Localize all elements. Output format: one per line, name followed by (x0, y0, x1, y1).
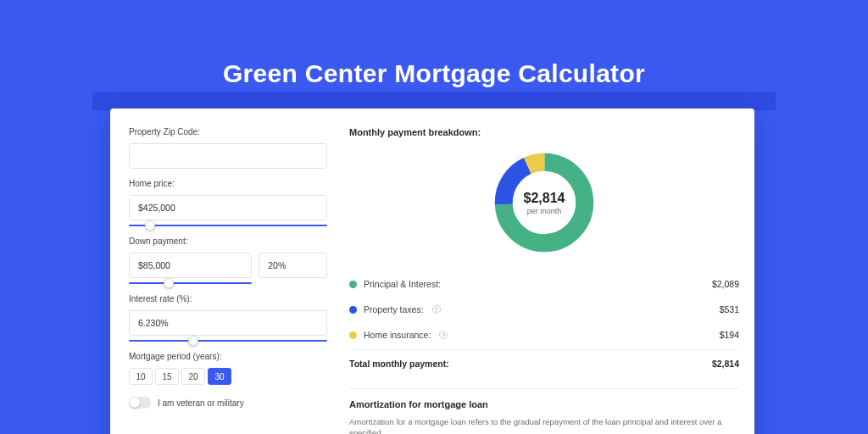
home-price-input[interactable] (129, 195, 327, 220)
row-insurance: Home insurance: ? $194 (349, 322, 739, 348)
help-icon[interactable]: ? (432, 305, 441, 314)
row-taxes: Property taxes: ? $531 (349, 297, 739, 322)
down-payment-input[interactable] (129, 253, 252, 278)
donut-center: $2,814 per month (524, 191, 565, 215)
zip-input[interactable] (129, 143, 327, 169)
home-price-label: Home price: (129, 179, 327, 188)
calculator-card: Property Zip Code: Home price: Down paym… (110, 108, 754, 434)
home-price-slider-thumb[interactable] (145, 220, 155, 231)
interest-label: Interest rate (%): (129, 294, 327, 303)
dot-insurance (349, 331, 357, 339)
interest-slider-thumb[interactable] (188, 336, 198, 346)
home-price-group: Home price: (129, 179, 327, 226)
veteran-label: I am veteran or military (158, 398, 244, 408)
veteran-toggle[interactable] (129, 397, 151, 409)
zip-label: Property Zip Code: (129, 127, 327, 136)
period-btn-30[interactable]: 30 (208, 368, 231, 385)
interest-slider[interactable] (129, 340, 327, 342)
amortization-title: Amortization for mortgage loan (349, 399, 739, 409)
help-icon[interactable]: ? (439, 331, 448, 339)
row-total: Total monthly payment: $2,814 (349, 349, 739, 376)
label-principal: Principal & Interest: (364, 279, 441, 289)
dot-taxes (349, 306, 357, 314)
interest-group: Interest rate (%): (129, 294, 327, 342)
period-btn-10[interactable]: 10 (129, 368, 153, 385)
amortization-text: Amortization for a mortgage loan refers … (349, 416, 739, 434)
donut-amount: $2,814 (524, 191, 565, 206)
donut-chart: $2,814 per month (349, 149, 739, 256)
label-taxes: Property taxes: (364, 304, 424, 314)
page-title: Green Center Mortgage Calculator (0, 59, 868, 88)
veteran-row: I am veteran or military (129, 397, 327, 409)
value-taxes: $531 (720, 304, 739, 314)
period-buttons: 10 15 20 30 (129, 368, 327, 385)
inputs-panel: Property Zip Code: Home price: Down paym… (110, 108, 339, 434)
down-payment-group: Down payment: (129, 236, 327, 284)
breakdown-panel: Monthly payment breakdown: $2,814 per mo… (339, 108, 754, 434)
dot-principal (349, 281, 357, 288)
down-payment-label: Down payment: (129, 236, 327, 246)
backdrop-band (92, 92, 776, 110)
label-insurance: Home insurance: (364, 330, 431, 340)
value-principal: $2,089 (712, 279, 739, 289)
period-label: Mortgage period (years): (129, 352, 327, 361)
value-insurance: $194 (720, 330, 739, 340)
donut-sub: per month (524, 207, 565, 215)
period-group: Mortgage period (years): 10 15 20 30 (129, 352, 327, 385)
period-btn-20[interactable]: 20 (181, 368, 205, 385)
zip-group: Property Zip Code: (129, 127, 327, 169)
label-total: Total monthly payment: (349, 359, 449, 369)
breakdown-heading: Monthly payment breakdown: (349, 127, 739, 137)
home-price-slider[interactable] (129, 225, 327, 226)
interest-input[interactable] (129, 310, 327, 336)
row-principal: Principal & Interest: $2,089 (349, 271, 739, 297)
veteran-toggle-knob (130, 398, 140, 408)
value-total: $2,814 (712, 359, 739, 369)
down-payment-slider-thumb[interactable] (164, 278, 174, 288)
amortization-box: Amortization for mortgage loan Amortizat… (349, 388, 739, 434)
period-btn-15[interactable]: 15 (155, 368, 179, 385)
down-payment-pct-input[interactable] (259, 253, 327, 278)
down-payment-slider[interactable] (129, 282, 252, 284)
